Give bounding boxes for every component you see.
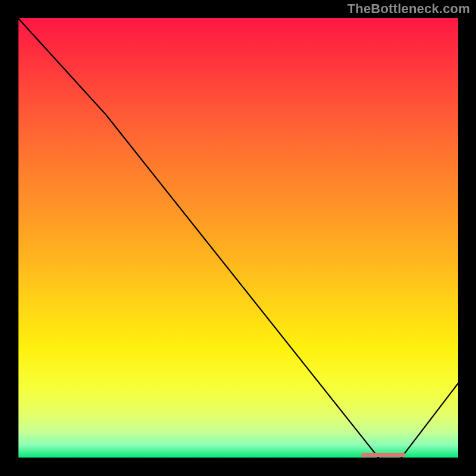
chart-root: TheBottleneck.com xyxy=(0,0,476,476)
axis-frame xyxy=(0,0,476,476)
